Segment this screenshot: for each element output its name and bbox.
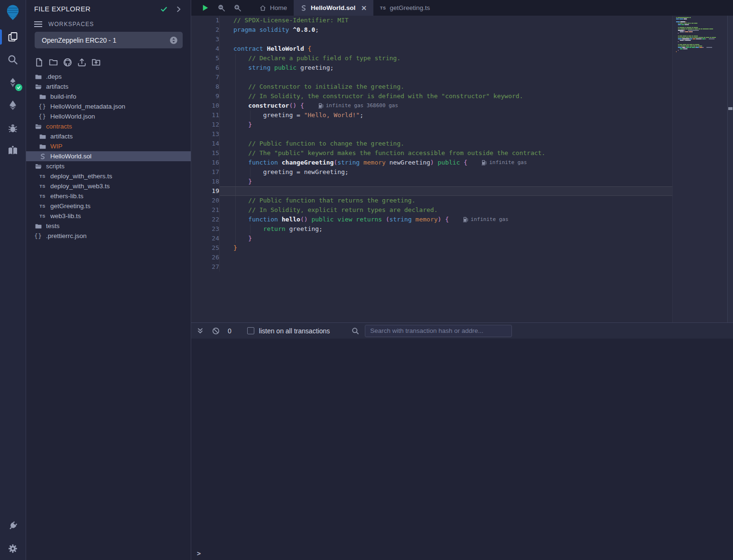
tree-item[interactable]: TSdeploy_with_web3.ts	[26, 181, 191, 191]
code-editor[interactable]: 1// SPDX-License-Identifier: MIT2pragma …	[191, 16, 733, 322]
line-number: 1	[191, 16, 220, 25]
new-file-icon[interactable]	[35, 58, 44, 67]
debugger-icon[interactable]	[0, 117, 26, 139]
tree-item[interactable]: {}HelloWorld_metadata.json	[26, 101, 191, 111]
search-icon[interactable]	[0, 48, 26, 71]
minimap-line	[676, 30, 727, 31]
expand-chevron-icon[interactable]	[175, 6, 182, 13]
tree-item-label: artifacts	[50, 133, 73, 140]
minimap-line	[676, 26, 727, 27]
code-line[interactable]: 26	[191, 253, 672, 262]
code-line[interactable]: 2pragma solidity ^0.8.0;	[191, 25, 672, 35]
workspaces-menu-icon[interactable]	[34, 21, 42, 27]
remix-logo-icon[interactable]	[0, 0, 26, 26]
code-line[interactable]: 8 // Constructor to initialize the greet…	[191, 82, 672, 92]
tree-item[interactable]: contracts	[26, 121, 191, 131]
settings-icon[interactable]	[0, 537, 26, 560]
run-script-button[interactable]	[201, 4, 209, 12]
tree-item[interactable]: .deps	[26, 72, 191, 82]
code-line[interactable]: 27	[191, 262, 672, 272]
new-folder-icon[interactable]	[49, 58, 58, 67]
code-line[interactable]: 13	[191, 129, 672, 139]
code-line[interactable]: 10 constructor() {infinite gas 368600 ga…	[191, 101, 672, 110]
code-line[interactable]: 15 // The "public" keyword makes the fun…	[191, 148, 672, 158]
tree-item[interactable]: WIP	[26, 141, 191, 151]
file-explorer-icon[interactable]	[0, 26, 26, 48]
code-line[interactable]: 6 string public greeting;	[191, 63, 672, 73]
code-line[interactable]: 11 greeting = "Hello, World!";	[191, 110, 672, 120]
code-line[interactable]: 7	[191, 73, 672, 82]
tree-item[interactable]: TSgetGreeting.ts	[26, 201, 191, 211]
tree-item[interactable]: build-info	[26, 92, 191, 101]
compile-success-badge	[15, 84, 22, 91]
tree-item[interactable]: TSweb3-lib.ts	[26, 211, 191, 221]
tree-item[interactable]: TSethers-lib.ts	[26, 191, 191, 201]
tree-item[interactable]: {}.prettierrc.json	[26, 231, 191, 241]
line-number: 23	[191, 224, 220, 234]
line-content	[220, 129, 672, 139]
tree-item[interactable]: artifacts	[26, 82, 191, 92]
terminal-output[interactable]: >	[191, 339, 733, 560]
folder-icon	[38, 133, 46, 140]
transaction-search-input[interactable]	[365, 325, 512, 337]
tab-getgreeting-ts[interactable]: TSgetGreeting.ts	[373, 0, 436, 16]
upload-file-icon[interactable]	[77, 58, 86, 67]
code-line[interactable]: 9 // In Solidity, the constructor is def…	[191, 92, 672, 101]
minimap-line	[676, 34, 727, 35]
solidity-icon	[300, 5, 307, 11]
github-icon[interactable]	[63, 58, 72, 67]
code-line[interactable]: 16 function changeGreeting(string memory…	[191, 158, 672, 167]
accept-check-icon[interactable]	[160, 6, 167, 13]
solidity-compiler-icon[interactable]	[0, 71, 26, 94]
code-line[interactable]: 24 }	[191, 234, 672, 243]
line-content	[220, 262, 672, 272]
minimap[interactable]	[672, 16, 727, 322]
code-line[interactable]: 14 // Public function to change the gree…	[191, 139, 672, 148]
activity-icon-bar	[0, 0, 26, 560]
code-line[interactable]: 17 greeting = newGreeting;	[191, 167, 672, 177]
clear-console-icon[interactable]	[212, 327, 220, 335]
deploy-run-icon[interactable]	[0, 94, 26, 117]
line-content: contract HelloWorld {	[220, 44, 672, 54]
code-line[interactable]: 4contract HelloWorld {	[191, 44, 672, 54]
upload-folder-icon[interactable]	[92, 58, 101, 67]
tree-item[interactable]: HelloWorld.sol	[26, 151, 191, 161]
code-line[interactable]: 21 // In Solidity, explicit return types…	[191, 205, 672, 215]
zoom-in-button[interactable]	[233, 4, 241, 12]
code-line[interactable]: 12 }	[191, 120, 672, 129]
tree-item-label: deploy_with_web3.ts	[50, 183, 110, 190]
tree-item[interactable]: tests	[26, 221, 191, 231]
workspaces-row: WORKSPACES	[26, 13, 191, 28]
gas-estimate-annotation: infinite gas	[482, 158, 527, 167]
plugin-manager-icon[interactable]	[0, 514, 26, 537]
collapse-terminal-icon[interactable]	[196, 327, 204, 335]
learneth-icon[interactable]	[0, 139, 26, 162]
close-tab-icon[interactable]: ✕	[361, 4, 367, 12]
tree-item[interactable]: {}HelloWorld.json	[26, 111, 191, 121]
code-line[interactable]: 3	[191, 35, 672, 44]
tree-item[interactable]: TSdeploy_with_ethers.ts	[26, 171, 191, 181]
tab-home[interactable]: Home	[253, 0, 294, 16]
code-line[interactable]: 5 // Declare a public field of type stri…	[191, 54, 672, 63]
minimap-line	[676, 21, 727, 22]
code-line[interactable]: 1// SPDX-License-Identifier: MIT	[191, 16, 672, 25]
code-line[interactable]: 20 // Public function that returns the g…	[191, 196, 672, 205]
editor-scrollbar[interactable]	[727, 16, 733, 322]
gas-estimate-annotation: infinite gas	[463, 215, 508, 224]
line-number: 16	[191, 158, 220, 167]
code-line[interactable]: 18 }	[191, 177, 672, 186]
line-number: 27	[191, 262, 220, 272]
code-line[interactable]: 19	[191, 186, 672, 196]
code-line[interactable]: 25}	[191, 243, 672, 253]
code-line[interactable]: 23 return greeting;	[191, 224, 672, 234]
minimap-line	[676, 54, 727, 55]
zoom-out-button[interactable]	[217, 4, 225, 12]
tree-item[interactable]: artifacts	[26, 131, 191, 141]
code-line[interactable]: 22 function hello() public view returns …	[191, 215, 672, 224]
listen-transactions-checkbox[interactable]	[247, 327, 254, 334]
workspace-select[interactable]: OpenZeppelin ERC20 - 1	[35, 32, 183, 48]
tab-helloworld-sol[interactable]: HelloWorld.sol✕	[294, 0, 373, 16]
tree-item[interactable]: scripts	[26, 161, 191, 171]
tab-label: Home	[270, 4, 287, 11]
line-number: 3	[191, 35, 220, 44]
